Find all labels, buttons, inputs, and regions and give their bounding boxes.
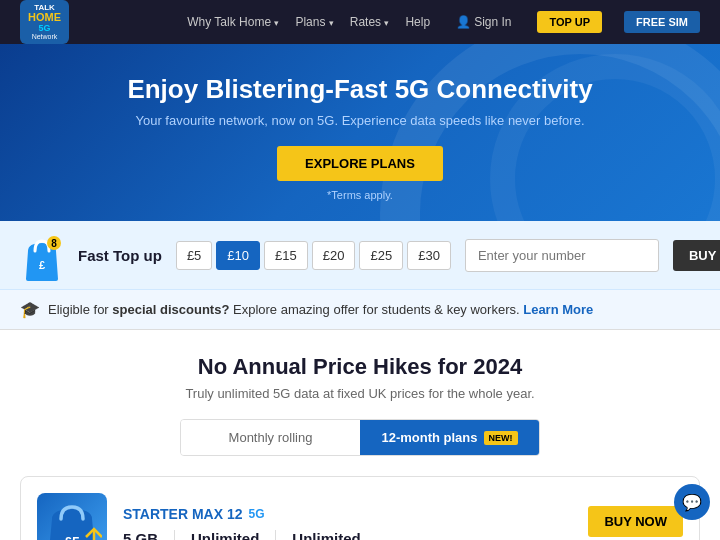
svg-text:£5: £5 [64, 534, 80, 540]
phone-number-input[interactable] [465, 239, 659, 272]
discount-special: special discounts? [112, 302, 229, 317]
logo-box: TALK HOME 5G Network [20, 0, 69, 44]
new-badge: NEW! [484, 431, 518, 445]
topup-amount-30[interactable]: £30 [407, 241, 451, 270]
logo: TALK HOME 5G Network [20, 0, 69, 44]
starter-plan-details: 5 GB Data Unlimited Minutes Unlimited SM… [123, 530, 564, 541]
discount-text: Eligible for special discounts? Explore … [48, 302, 593, 317]
topup-label: Fast Top up [78, 247, 162, 264]
logo-5g: 5G [38, 23, 50, 33]
fast-topup-bar: £ 8 Fast Top up £5 £10 £15 £20 £25 £30 B… [0, 221, 720, 290]
freesim-button[interactable]: FREE SIM [624, 11, 700, 33]
plans-subtext: Truly unlimited 5G data at fixed UK pric… [20, 386, 700, 401]
logo-home: HOME [28, 12, 61, 23]
svg-text:£: £ [39, 259, 45, 271]
hero-section: Enjoy Blistering-Fast 5G Connectivity Yo… [0, 44, 720, 221]
buy-now-button[interactable]: BUY NOW [673, 240, 720, 271]
logo-network: Network [32, 33, 58, 40]
tab-12month-plans[interactable]: 12-month plans NEW! [360, 420, 539, 455]
tab-monthly-rolling[interactable]: Monthly rolling [181, 420, 360, 455]
plans-section: No Annual Price Hikes for 2024 Truly unl… [0, 330, 720, 540]
discount-banner: 🎓 Eligible for special discounts? Explor… [0, 290, 720, 330]
nav-why-talk-home[interactable]: Why Talk Home ▾ [187, 15, 279, 29]
nav-rates[interactable]: Rates ▾ [350, 15, 390, 29]
topup-amounts: £5 £10 £15 £20 £25 £30 [176, 241, 451, 270]
topup-icon: £ 8 [20, 233, 64, 277]
starter-5g-badge: 5G [249, 507, 265, 521]
signin-link[interactable]: 👤 Sign In [456, 15, 511, 29]
starter-data: 5 GB Data [123, 530, 175, 541]
starter-plan-info: STARTER MAX 12 5G 5 GB Data Unlimited Mi… [123, 506, 564, 541]
topup-bag-icon: £ 8 [20, 233, 64, 283]
starter-sms: Unlimited SMS [276, 530, 376, 541]
starter-buy-button[interactable]: BUY NOW [588, 506, 683, 537]
nav-help[interactable]: Help [405, 15, 430, 29]
learn-more-link[interactable]: Learn More [523, 302, 593, 317]
hero-heading: Enjoy Blistering-Fast 5G Connectivity [20, 74, 700, 105]
hero-terms: *Terms apply. [20, 189, 700, 201]
starter-minutes: Unlimited Minutes [175, 530, 276, 541]
hero-subtext: Your favourite network, now on 5G. Exper… [20, 113, 700, 128]
topup-amount-20[interactable]: £20 [312, 241, 356, 270]
svg-text:8: 8 [51, 238, 57, 249]
starter-plan-name: STARTER MAX 12 5G [123, 506, 564, 522]
plan-card-starter: £5 STARTER MAX 12 5G 5 GB Data Unlimited… [20, 476, 700, 540]
discount-icon: 🎓 [20, 300, 40, 319]
starter-bag: £5 [37, 493, 107, 540]
tab-12month-label: 12-month plans [381, 430, 477, 445]
nav-plans[interactable]: Plans ▾ [295, 15, 333, 29]
starter-plan-actions: BUY NOW View Plan Details ℹ️ [580, 506, 683, 540]
plan-tabs: Monthly rolling 12-month plans NEW! [180, 419, 540, 456]
topup-amount-5[interactable]: £5 [176, 241, 212, 270]
chat-icon: 💬 [682, 493, 702, 512]
nav-links: Why Talk Home ▾ Plans ▾ Rates ▾ Help 👤 S… [187, 11, 700, 33]
explore-plans-button[interactable]: EXPLORE PLANS [277, 146, 443, 181]
topup-amount-25[interactable]: £25 [359, 241, 403, 270]
topup-amount-10[interactable]: £10 [216, 241, 260, 270]
topup-button[interactable]: TOP UP [537, 11, 602, 33]
starter-bag-icon: £5 [42, 497, 102, 540]
plans-heading: No Annual Price Hikes for 2024 [20, 354, 700, 380]
chat-button[interactable]: 💬 [674, 484, 710, 520]
topup-amount-15[interactable]: £15 [264, 241, 308, 270]
navbar: TALK HOME 5G Network Why Talk Home ▾ Pla… [0, 0, 720, 44]
